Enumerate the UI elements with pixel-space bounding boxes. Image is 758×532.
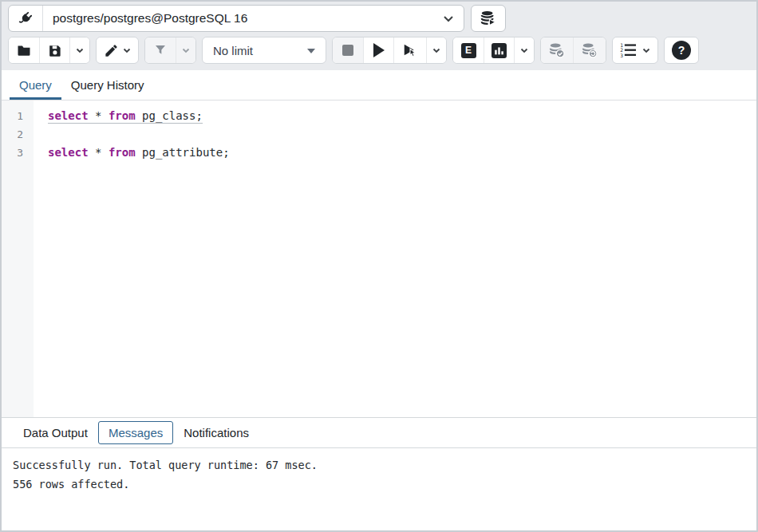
sql-editor: 1 2 3 select * from pg_class; select * f… [2,100,756,417]
line-number-gutter: 1 2 3 [2,100,34,417]
save-menu-button[interactable] [69,37,89,63]
code-line-1[interactable]: select * from pg_class; [48,107,756,125]
transaction-group [540,37,606,64]
explain-group: E [452,37,535,64]
connection-bar: postgres/postgres@PostgreSQL 16 [2,2,756,35]
explain-analyze-button[interactable] [484,37,514,63]
connection-selector[interactable]: postgres/postgres@PostgreSQL 16 [43,6,443,31]
explain-icon: E [461,43,476,58]
connection-selector-caret[interactable] [443,15,464,22]
row-limit-select[interactable]: No limit [203,37,326,63]
message-line: 556 rows affected. [13,475,745,494]
new-connection-button[interactable] [471,5,506,32]
macros-list-icon: 1 2 3 [620,43,638,57]
connection-container: postgres/postgres@PostgreSQL 16 [8,5,464,32]
select-triangle-icon [307,49,315,57]
message-line: Successfully run. Total query runtime: 6… [13,455,745,475]
edit-pencil-icon [104,43,119,58]
results-tabs: Data Output Messages Notifications [2,418,756,448]
code-area[interactable]: select * from pg_class; select * from pg… [34,100,756,417]
query-tool-window: postgres/postgres@PostgreSQL 16 [0,0,758,532]
save-button[interactable] [39,37,69,63]
help-button[interactable]: ? [665,37,698,63]
connection-status-button[interactable] [9,6,43,31]
tab-data-output[interactable]: Data Output [13,421,98,444]
execute-options-button[interactable] [426,37,446,63]
filter-group [144,37,196,64]
explain-analyze-chart-icon [492,43,507,58]
save-icon [47,43,62,58]
rollback-icon [581,41,598,59]
code-line-2[interactable] [48,125,756,144]
execute-to-cursor-button[interactable] [393,37,426,63]
help-icon: ? [672,41,691,60]
commit-button[interactable] [541,37,573,63]
stop-button[interactable] [333,37,363,63]
executed-query-underline: select * from pg_class; [48,109,203,124]
chevron-down-icon [642,48,650,53]
row-limit-value: No limit [213,44,253,57]
line-number: 2 [2,125,34,144]
line-number: 3 [2,144,34,162]
svg-text:3: 3 [620,53,623,57]
open-file-icon [16,42,32,58]
line-number: 1 [2,107,34,125]
explain-options-button[interactable] [514,37,534,63]
chevron-down-icon [432,48,440,53]
tab-notifications[interactable]: Notifications [173,421,259,444]
open-file-button[interactable] [9,37,39,63]
chevron-down-icon [123,48,131,53]
edit-group [96,37,139,64]
chevron-down-icon [76,48,84,53]
macros-group: 1 2 3 [612,37,658,64]
explain-button[interactable]: E [453,37,484,63]
help-group: ? [664,37,699,64]
rollback-button[interactable] [573,37,606,63]
chevron-down-icon [520,48,528,53]
filter-button[interactable] [145,37,176,63]
messages-output: Successfully run. Total query runtime: 6… [2,448,756,530]
limit-group: No limit [202,37,326,64]
plug-icon [17,10,34,27]
filter-menu-button[interactable] [176,37,195,63]
database-new-connection-icon [480,10,497,27]
stop-icon [342,45,353,56]
play-icon [373,43,385,57]
editor-tabs: Query Query History [2,70,756,100]
play-to-cursor-icon [401,42,419,58]
macros-button[interactable]: 1 2 3 [613,37,657,63]
filter-icon [153,43,168,57]
chevron-down-icon [182,48,190,53]
tab-query[interactable]: Query [10,70,61,100]
file-group [8,37,90,64]
execute-group [332,37,447,64]
tab-messages[interactable]: Messages [98,421,173,444]
tab-query-history[interactable]: Query History [61,70,154,100]
edit-button[interactable] [97,37,138,63]
commit-icon [548,41,566,59]
code-line-3[interactable]: select * from pg_attribute; [48,144,756,162]
results-panel: Data Output Messages Notifications Succe… [2,417,756,530]
query-toolbar: No limit [2,35,756,70]
execute-button[interactable] [363,37,393,63]
connection-selector-value: postgres/postgres@PostgreSQL 16 [53,11,247,26]
chevron-down-icon [443,15,454,22]
